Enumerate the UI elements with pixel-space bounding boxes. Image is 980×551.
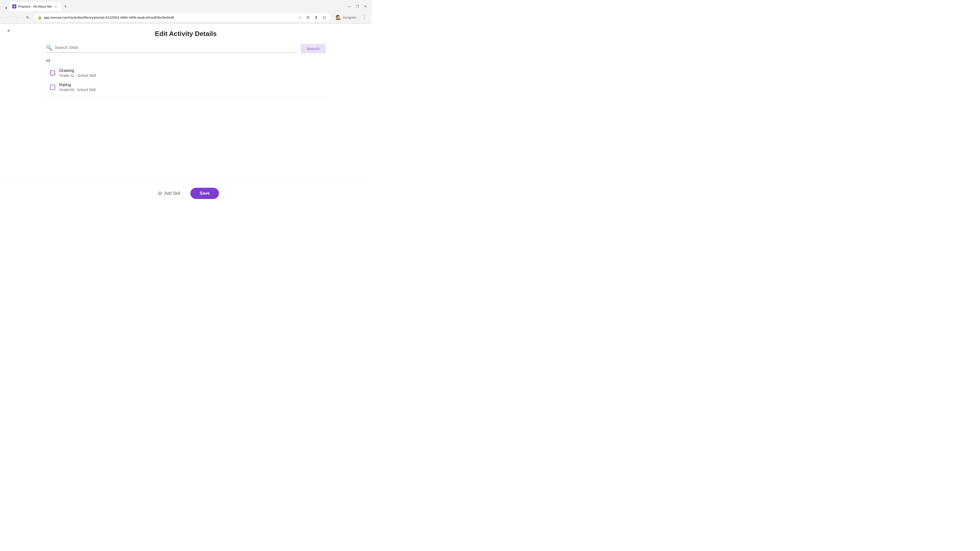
download-btn[interactable]: ⬇ — [312, 14, 320, 21]
incognito-label: Incognito — [343, 16, 356, 19]
active-tab[interactable]: S Practice - All About Me × — [9, 2, 61, 11]
tab-dropdown-btn[interactable]: ▾ — [3, 5, 9, 11]
close-window-btn[interactable]: ✕ — [363, 3, 369, 10]
tab-title: Practice - All About Me — [18, 5, 52, 8]
incognito-area: 🕵️ Incognito — [334, 14, 358, 20]
browser-chrome: ▾ S Practice - All About Me × + — ❐ ✕ ‹ … — [0, 0, 372, 24]
extensions-btn[interactable]: ⧉ — [304, 14, 311, 21]
skill-grade-rating: Grade All - School Skill — [59, 88, 95, 92]
address-actions: ☆ ⧉ ⬇ ⊡ — [296, 14, 328, 21]
save-button[interactable]: Save — [190, 188, 219, 199]
skill-info-drawing: Drawing Grade 12 - School Skill — [59, 68, 96, 78]
address-bar[interactable]: 🔒 app.seesaw.me/#/activities/library/pro… — [34, 13, 331, 22]
search-icon: 🔍 — [46, 44, 52, 51]
main-area: 🔍 Search All Drawing Grade 12 - School S… — [0, 44, 372, 183]
new-tab-btn[interactable]: + — [62, 3, 69, 10]
skill-item-rating[interactable]: Rating Grade All - School Skill — [46, 80, 326, 94]
add-skill-button[interactable]: ⊕ Add Skill — [153, 187, 185, 199]
add-skill-label: Add Skill — [164, 191, 180, 196]
reload-btn[interactable]: ↻ — [24, 13, 32, 21]
page-title: Edit Activity Details — [0, 29, 372, 38]
search-input[interactable] — [55, 45, 298, 50]
split-btn[interactable]: ⊡ — [321, 14, 328, 21]
tab-favicon: S — [12, 4, 16, 8]
search-input-wrapper: 🔍 — [46, 44, 298, 53]
skill-item-drawing[interactable]: Drawing Grade 12 - School Skill — [46, 66, 326, 80]
bookmark-btn[interactable]: ☆ — [296, 14, 303, 21]
skill-info-rating: Rating Grade All - School Skill — [59, 83, 95, 92]
filter-label: All — [46, 59, 326, 63]
search-row: 🔍 Search — [46, 44, 326, 53]
nav-bar: ‹ › ↻ 🔒 app.seesaw.me/#/activities/libra… — [0, 11, 372, 24]
tab-strip: ▾ S Practice - All About Me × + — [3, 2, 344, 11]
bottom-bar: ⊕ Add Skill Save — [0, 183, 372, 203]
search-button[interactable]: Search — [301, 44, 326, 53]
forward-btn[interactable]: › — [13, 13, 21, 21]
window-controls: — ❐ ✕ — [346, 3, 369, 10]
lock-icon: 🔒 — [38, 15, 42, 19]
url-text: app.seesaw.me/#/activities/library/promp… — [44, 16, 294, 19]
skill-checkbox-drawing[interactable] — [50, 70, 55, 76]
skill-checkbox-rating[interactable] — [50, 85, 55, 90]
browser-menu-btn[interactable]: ⋮ — [360, 13, 369, 21]
skill-grade-drawing: Grade 12 - School Skill — [59, 73, 96, 78]
restore-btn[interactable]: ❐ — [354, 3, 360, 10]
tab-close-btn[interactable]: × — [54, 4, 58, 8]
minimize-btn[interactable]: — — [346, 3, 352, 10]
title-bar: ▾ S Practice - All About Me × + — ❐ ✕ — [0, 0, 372, 11]
back-btn[interactable]: ‹ — [3, 13, 11, 21]
skills-list: Drawing Grade 12 - School Skill Rating G… — [46, 66, 326, 98]
add-skill-icon: ⊕ — [158, 190, 162, 197]
skill-name-drawing: Drawing — [59, 68, 96, 73]
page-content: × Edit Activity Details 🔍 Search All Dra… — [0, 24, 372, 208]
skill-name-rating: Rating — [59, 83, 95, 87]
close-page-btn[interactable]: × — [5, 27, 12, 35]
